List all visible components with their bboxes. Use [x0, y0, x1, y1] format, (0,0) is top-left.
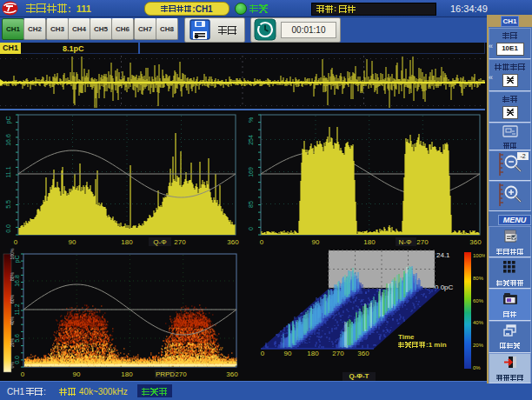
svg-text:20%: 20%: [473, 343, 484, 348]
svg-text:90: 90: [73, 370, 81, 378]
svg-text:11.2: 11.2: [14, 303, 20, 315]
svg-text:0.0: 0.0: [14, 356, 20, 364]
svg-text:60%: 60%: [10, 294, 15, 303]
svg-text:270: 270: [175, 370, 187, 378]
svg-text:0: 0: [21, 370, 25, 378]
svg-text:24.1: 24.1: [436, 251, 450, 259]
svg-text:360: 360: [357, 350, 369, 357]
svg-text:16.8: 16.8: [14, 275, 20, 287]
svg-text:0%: 0%: [473, 365, 481, 370]
svg-text:5.6: 5.6: [14, 334, 20, 343]
svg-text:270: 270: [332, 350, 344, 357]
svg-text:360: 360: [226, 370, 238, 378]
svg-text:40%: 40%: [473, 320, 484, 325]
svg-text:180: 180: [121, 370, 133, 378]
svg-text:pC: pC: [14, 256, 21, 263]
svg-text:90: 90: [284, 350, 292, 357]
svg-text:40%: 40%: [10, 316, 15, 325]
svg-text:60%: 60%: [473, 298, 484, 303]
svg-text:80%: 80%: [473, 276, 484, 281]
svg-text:100%: 100%: [473, 253, 485, 258]
svg-text:0: 0: [261, 350, 265, 357]
svg-text:180: 180: [307, 350, 319, 357]
svg-text:PRPD: PRPD: [156, 370, 175, 378]
